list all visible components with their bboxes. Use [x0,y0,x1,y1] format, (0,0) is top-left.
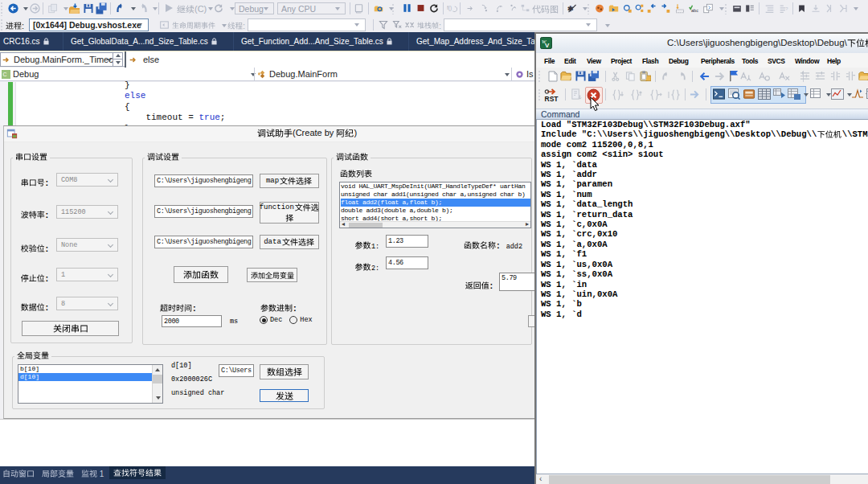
svg-text:f(): f() [447,5,452,11]
svg-text:V: V [545,42,550,49]
svg-text:✱: ✱ [567,5,574,13]
svg-text:C: C [2,72,6,77]
svg-text:RST: RST [545,95,559,103]
svg-text:abc: abc [691,8,698,13]
svg-text:?: ? [785,6,788,11]
